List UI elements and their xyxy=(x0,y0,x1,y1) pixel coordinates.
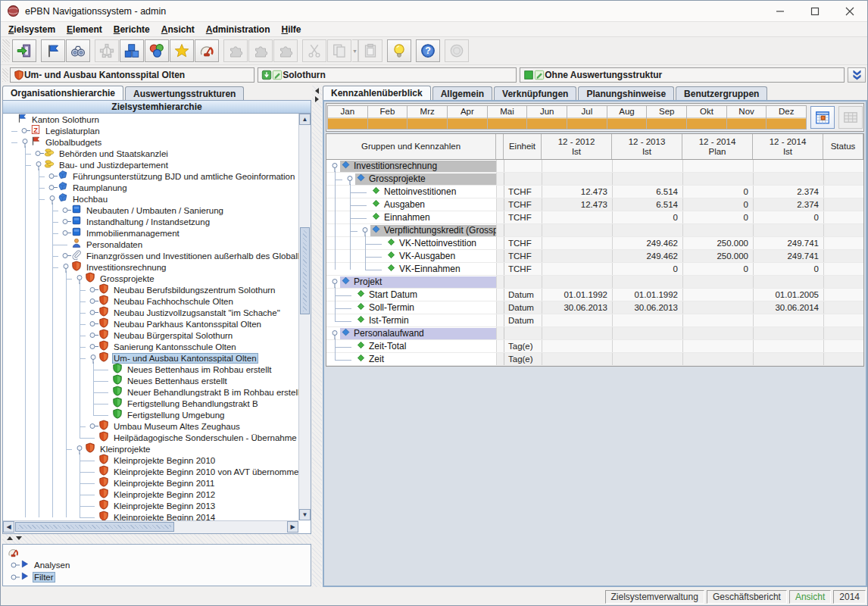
table-row[interactable]: Verpflichtungskredit (Grosspro xyxy=(326,224,863,237)
tree-item[interactable]: Immobilienmanagement xyxy=(3,227,298,239)
help-button[interactable]: ? xyxy=(416,39,440,62)
tree-toggle-expanded-icon[interactable] xyxy=(47,193,58,205)
tree-item[interactable]: Neubauten / Umbauten / Sanierung xyxy=(3,205,298,216)
table-row[interactable]: NettoinvestitionenTCHF12.4736.51402.374 xyxy=(326,186,863,198)
minimize-button[interactable] xyxy=(763,1,798,21)
tree-item[interactable]: Neubau Parkhaus Kantonsspital Olten xyxy=(3,318,298,330)
tree-item[interactable]: Neubau Fachhochschule Olten xyxy=(3,295,298,307)
column-header-status[interactable]: Status xyxy=(823,134,863,159)
tree-toggle-expanded-icon[interactable] xyxy=(20,136,30,148)
tree-item[interactable]: Neubau Justizvollzugsanstalt "im Schache… xyxy=(3,307,298,318)
tree-toggle-collapsed-icon[interactable] xyxy=(61,227,71,239)
tree-item[interactable]: Investitionsrechnung xyxy=(3,261,298,273)
tree-toggle-collapsed-icon[interactable] xyxy=(61,216,71,227)
tree-toggle-collapsed-icon[interactable] xyxy=(33,148,44,159)
tree-toggle-collapsed-icon[interactable] xyxy=(9,559,20,571)
analysis-item[interactable]: Analysen xyxy=(6,559,311,571)
tree-toggle-collapsed-icon[interactable] xyxy=(88,420,98,432)
column-header-einheit[interactable]: Einheit xyxy=(504,134,542,159)
month-cell-sep[interactable]: Sep xyxy=(647,106,687,129)
tree-toggle-collapsed-icon[interactable] xyxy=(88,318,98,330)
table-row[interactable]: Start DatumDatum01.01.199201.01.199201.0… xyxy=(326,289,863,301)
tree-item[interactable]: Kleinprojekte Beginn 2014 xyxy=(3,511,298,520)
tree-item[interactable]: Instandhaltung / Instandsetzung xyxy=(3,216,298,227)
column-header-spacer[interactable] xyxy=(496,134,504,159)
tree-item[interactable]: Führungsunterstützung BJD und amtliche G… xyxy=(3,170,298,182)
month-cell-feb[interactable]: Feb xyxy=(368,106,408,129)
tree-toggle-collapsed-icon[interactable] xyxy=(9,571,20,583)
tree-item[interactable]: Personaldaten xyxy=(3,239,298,250)
calendar-view-button[interactable] xyxy=(810,106,835,129)
tree-toggle-collapsed-icon[interactable] xyxy=(88,307,98,318)
table-row[interactable]: Ist-TerminDatum xyxy=(326,314,863,327)
tree-toggle-expanded-icon[interactable] xyxy=(329,327,340,339)
tab-verkn-pfungen[interactable]: Verknüpfungen xyxy=(494,86,576,100)
tree-item[interactable]: Neubau Berufsbildungszentrum Solothurn xyxy=(3,284,298,295)
tree-item[interactable]: Behörden und Staatskanzlei xyxy=(3,148,298,159)
splitter-collapse-up-icon[interactable] xyxy=(7,536,13,540)
tab-allgemein[interactable]: Allgemein xyxy=(432,86,492,100)
vertical-scroll-thumb[interactable] xyxy=(300,227,310,314)
tree-toggle-collapsed-icon[interactable] xyxy=(88,330,98,341)
tree-item[interactable]: Kleinprojekte Beginn 2012 xyxy=(3,489,298,500)
tree-toggle-collapsed-icon[interactable] xyxy=(88,341,98,352)
tree-toggle-collapsed-icon[interactable] xyxy=(88,295,98,307)
tab-auswertungsstrukturen[interactable]: Auswertungsstrukturen xyxy=(125,86,244,100)
tree-toggle-expanded-icon[interactable] xyxy=(329,276,340,288)
maximize-button[interactable] xyxy=(798,1,832,21)
tree-vertical-scrollbar[interactable]: ▲ ▼ xyxy=(298,114,311,520)
tree-item[interactable]: Grossprojekte xyxy=(3,273,298,284)
month-cell-jul[interactable]: Jul xyxy=(567,106,607,129)
menu-administration[interactable]: Administration xyxy=(201,23,277,36)
table-row[interactable]: EinnahmenTCHF000 xyxy=(326,211,863,224)
tree-item[interactable]: Globalbudgets xyxy=(3,136,298,148)
panel-splitter[interactable] xyxy=(312,86,322,587)
context-grip[interactable] xyxy=(2,68,8,82)
tab-kennzahlen-berblick[interactable]: Kennzahlenüberblick xyxy=(323,86,431,100)
puzzle-button[interactable] xyxy=(273,39,298,62)
tree-horizontal-scrollbar[interactable]: ◀ ▶ xyxy=(3,520,298,533)
tree-toggle-expanded-icon[interactable] xyxy=(74,443,85,454)
table-row[interactable]: Soll-TerminDatum30.06.201330.06.201330.0… xyxy=(326,301,863,314)
tree-item[interactable]: Kleinprojekte Beginn 2011 xyxy=(3,477,298,489)
tree-item[interactable]: Heilpädagogische Sonderschulen - Übernah… xyxy=(3,432,298,443)
copy-button[interactable] xyxy=(327,39,351,62)
tree-item[interactable]: Kleinprojekte Beginn 2010 xyxy=(3,454,298,466)
context-field-2[interactable]: Solothurn xyxy=(258,67,517,83)
tab-planungshinweise[interactable]: Planungshinweise xyxy=(578,86,674,100)
tree-item[interactable]: Umbau Museum Altes Zeughaus xyxy=(3,420,298,432)
table-row[interactable]: VK-AusgabenTCHF249.462250.000249.741 xyxy=(326,250,863,263)
tree-toggle-expanded-icon[interactable] xyxy=(88,352,98,364)
tree-item[interactable]: Kleinprojekte Beginn 2013 xyxy=(3,500,298,511)
menu-ansicht[interactable]: Ansicht xyxy=(157,23,201,36)
context-field-3[interactable]: Ohne Auswertungsstruktur xyxy=(520,67,845,83)
tree-toggle-expanded-icon[interactable] xyxy=(61,261,71,273)
splitter-collapse-down-icon[interactable] xyxy=(16,536,22,540)
scroll-up-button[interactable]: ▲ xyxy=(299,114,311,125)
tree-toggle-collapsed-icon[interactable] xyxy=(20,125,30,136)
tree-toggle-expanded-icon[interactable] xyxy=(329,160,340,172)
tree-item[interactable]: ZLegislaturplan xyxy=(3,125,298,136)
tree-item[interactable]: Neues Bettenhaus erstellt xyxy=(3,375,298,386)
collapse-right-icon[interactable] xyxy=(315,96,319,102)
column-header-12-2013-ist[interactable]: 12 - 2013Ist xyxy=(612,134,682,159)
tree-toggle-expanded-icon[interactable] xyxy=(74,273,85,284)
tree-item[interactable]: Neuer Behandlungstrakt B im Rohbau erste… xyxy=(3,386,298,398)
analysis-item[interactable]: Filter xyxy=(6,571,311,583)
grid-view-button[interactable] xyxy=(838,106,863,129)
left-splitter[interactable] xyxy=(2,534,311,544)
column-header-12-2012-ist[interactable]: 12 - 2012Ist xyxy=(542,134,612,159)
table-row[interactable]: Grossprojekte xyxy=(326,173,863,186)
tree-item[interactable]: Kleinprojekte Beginn 2010 von AVT überno… xyxy=(3,466,298,477)
hierarchy-button[interactable] xyxy=(95,39,119,62)
menu-hilfe[interactable]: Hilfe xyxy=(276,23,308,36)
tree-item[interactable]: Finanzgrössen und Investitionen außerhal… xyxy=(3,250,298,261)
star-button[interactable] xyxy=(170,39,194,62)
copy-dropdown-arrow[interactable]: ▼ xyxy=(352,39,358,62)
tree-toggle-collapsed-icon[interactable] xyxy=(47,182,58,193)
month-cell-jan[interactable]: Jan xyxy=(328,106,368,129)
tree-item[interactable]: Um- und Ausbau Kantonsspital Olten xyxy=(3,352,298,364)
cut-button[interactable] xyxy=(302,39,326,62)
column-header-gruppen[interactable]: Gruppen und Kennzahlen xyxy=(326,134,496,159)
cubes-button[interactable] xyxy=(120,39,144,62)
